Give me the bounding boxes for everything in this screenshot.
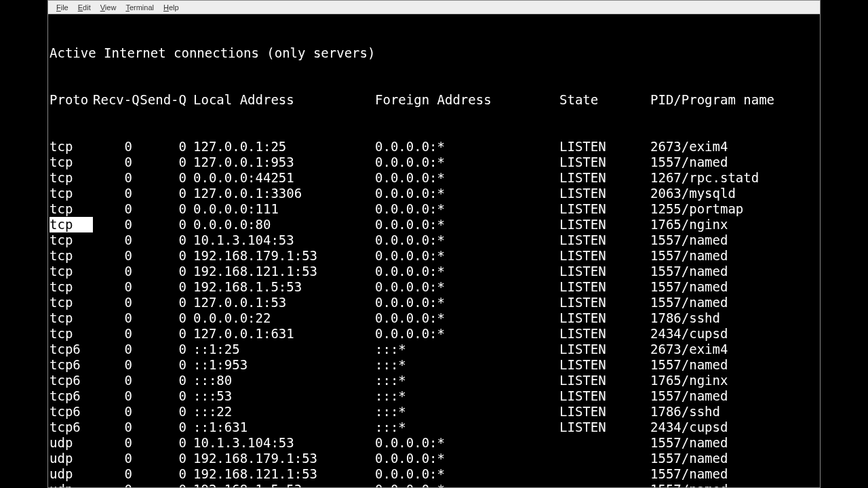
table-row: udp0010.1.3.104:530.0.0.0:*1557/named bbox=[50, 435, 818, 451]
cell-state: LISTEN bbox=[559, 420, 650, 435]
cell-pid: 2673/exim4 bbox=[650, 342, 818, 357]
cell-foreign: :::* bbox=[375, 388, 559, 404]
cell-pid: 1557/named bbox=[650, 232, 818, 248]
cell-proto: udp bbox=[50, 435, 93, 451]
cell-pid: 1255/portmap bbox=[650, 201, 818, 217]
cell-state: LISTEN bbox=[559, 155, 650, 170]
cell-state: LISTEN bbox=[559, 326, 650, 342]
cell-proto: tcp bbox=[50, 139, 93, 155]
col-proto: Proto bbox=[50, 92, 93, 108]
cell-state: LISTEN bbox=[559, 232, 650, 248]
table-row: tcp000.0.0.0:442510.0.0.0:*LISTEN1267/rp… bbox=[50, 170, 818, 186]
cell-recvq: 0 bbox=[93, 451, 139, 466]
menu-help[interactable]: Help bbox=[159, 2, 183, 13]
cell-foreign: 0.0.0.0:* bbox=[375, 451, 559, 466]
table-row: tcp00127.0.0.1:6310.0.0.0:*LISTEN2434/cu… bbox=[50, 326, 818, 342]
cell-recvq: 0 bbox=[93, 279, 139, 295]
cell-proto: tcp bbox=[50, 326, 93, 342]
table-row: tcp600:::22:::*LISTEN1786/sshd bbox=[50, 404, 818, 420]
table-row: tcp000.0.0.0:220.0.0.0:*LISTEN1786/sshd bbox=[50, 310, 818, 326]
cell-proto: tcp bbox=[50, 217, 93, 232]
cell-recvq: 0 bbox=[93, 310, 139, 326]
cell-pid: 1557/named bbox=[650, 155, 818, 170]
cell-foreign: 0.0.0.0:* bbox=[375, 232, 559, 248]
cell-recvq: 0 bbox=[93, 357, 139, 373]
cell-state: LISTEN bbox=[559, 264, 650, 279]
table-row: tcp00127.0.0.1:33060.0.0.0:*LISTEN2063/m… bbox=[50, 186, 818, 201]
cell-proto: udp bbox=[50, 482, 93, 487]
col-recvq: Recv-Q bbox=[93, 92, 139, 108]
cell-foreign: 0.0.0.0:* bbox=[375, 201, 559, 217]
cell-pid: 1557/named bbox=[650, 451, 818, 466]
cell-state: LISTEN bbox=[559, 404, 650, 420]
cell-proto: tcp bbox=[50, 201, 93, 217]
cell-foreign: 0.0.0.0:* bbox=[375, 435, 559, 451]
terminal-output[interactable]: Active Internet connections (only server… bbox=[48, 14, 820, 487]
cell-pid: 2434/cupsd bbox=[650, 420, 818, 435]
cell-sendq: 0 bbox=[139, 420, 193, 435]
cell-pid: 1557/named bbox=[650, 264, 818, 279]
col-state: State bbox=[559, 92, 650, 108]
menu-terminal[interactable]: Terminal bbox=[121, 2, 158, 13]
menu-file[interactable]: File bbox=[52, 2, 73, 13]
cell-proto: tcp bbox=[50, 310, 93, 326]
cell-state: LISTEN bbox=[559, 310, 650, 326]
cell-proto: tcp6 bbox=[50, 342, 93, 357]
cell-sendq: 0 bbox=[139, 388, 193, 404]
cell-state: LISTEN bbox=[559, 342, 650, 357]
cell-foreign: 0.0.0.0:* bbox=[375, 248, 559, 264]
cell-proto: tcp6 bbox=[50, 420, 93, 435]
cell-sendq: 0 bbox=[139, 232, 193, 248]
cell-local: 0.0.0.0:22 bbox=[193, 310, 375, 326]
col-local: Local Address bbox=[193, 92, 375, 108]
cell-state: LISTEN bbox=[559, 201, 650, 217]
cell-foreign: 0.0.0.0:* bbox=[375, 217, 559, 232]
left-black-margin bbox=[0, 0, 47, 488]
table-row: udp00192.168.179.1:530.0.0.0:*1557/named bbox=[50, 451, 818, 466]
cell-state: LISTEN bbox=[559, 388, 650, 404]
cell-local: 127.0.0.1:53 bbox=[193, 295, 375, 310]
cell-foreign: :::* bbox=[375, 373, 559, 388]
cell-sendq: 0 bbox=[139, 342, 193, 357]
cell-sendq: 0 bbox=[139, 482, 193, 487]
cell-recvq: 0 bbox=[93, 342, 139, 357]
cell-state: LISTEN bbox=[559, 279, 650, 295]
cell-recvq: 0 bbox=[93, 420, 139, 435]
cell-proto: tcp bbox=[50, 186, 93, 201]
cell-local: 0.0.0.0:111 bbox=[193, 201, 375, 217]
cell-proto: tcp bbox=[50, 295, 93, 310]
cell-sendq: 0 bbox=[139, 139, 193, 155]
cell-state: LISTEN bbox=[559, 217, 650, 232]
cell-sendq: 0 bbox=[139, 248, 193, 264]
cell-pid: 1557/named bbox=[650, 388, 818, 404]
cell-local: 192.168.121.1:53 bbox=[193, 264, 375, 279]
cell-pid: 1765/nginx bbox=[650, 373, 818, 388]
cell-pid: 1557/named bbox=[650, 279, 818, 295]
cell-local: 192.168.1.5:53 bbox=[193, 279, 375, 295]
header-line: Active Internet connections (only server… bbox=[50, 45, 818, 61]
cell-proto: udp bbox=[50, 466, 93, 482]
cell-recvq: 0 bbox=[93, 264, 139, 279]
table-row: tcp00127.0.0.1:9530.0.0.0:*LISTEN1557/na… bbox=[50, 155, 818, 170]
cell-state bbox=[559, 466, 650, 482]
cell-sendq: 0 bbox=[139, 326, 193, 342]
cell-sendq: 0 bbox=[139, 201, 193, 217]
cell-proto: tcp bbox=[50, 170, 93, 186]
table-row: tcp600::1:25:::*LISTEN2673/exim4 bbox=[50, 342, 818, 357]
cell-sendq: 0 bbox=[139, 404, 193, 420]
cell-local: ::1:631 bbox=[193, 420, 375, 435]
menu-view[interactable]: View bbox=[96, 2, 121, 13]
col-pid: PID/Program name bbox=[650, 92, 818, 108]
cell-recvq: 0 bbox=[93, 435, 139, 451]
cell-foreign: :::* bbox=[375, 357, 559, 373]
cell-state: LISTEN bbox=[559, 373, 650, 388]
cell-pid: 1557/named bbox=[650, 482, 818, 487]
cell-proto: tcp6 bbox=[50, 404, 93, 420]
cell-local: :::80 bbox=[193, 373, 375, 388]
menu-edit[interactable]: Edit bbox=[74, 2, 95, 13]
cell-recvq: 0 bbox=[93, 155, 139, 170]
cell-local: 10.1.3.104:53 bbox=[193, 435, 375, 451]
cell-foreign: 0.0.0.0:* bbox=[375, 264, 559, 279]
cell-recvq: 0 bbox=[93, 388, 139, 404]
table-row: tcp00192.168.179.1:530.0.0.0:*LISTEN1557… bbox=[50, 248, 818, 264]
